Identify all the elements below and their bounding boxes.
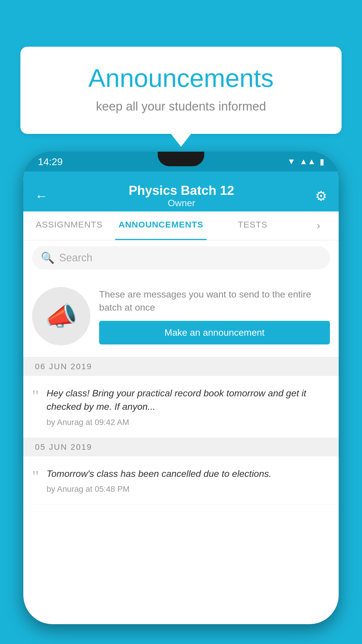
tab-announcements[interactable]: ANNOUNCEMENTS [115,211,207,240]
status-time: 14:29 [38,156,63,167]
phone-screen: ← Physics Batch 12 Owner ⚙ ASSIGNMENTS A… [23,172,339,624]
promo-right: These are messages you want to send to t… [99,288,330,345]
status-bar: 14:29 ▼ ▲▲ ▮ [23,152,339,172]
megaphone-icon: 📣 [45,301,78,332]
announcement-text-1: Hey class! Bring your practical record b… [47,386,330,414]
speech-bubble-card: Announcements keep all your students inf… [20,47,342,134]
app-header-top: ← Physics Batch 12 Owner ⚙ [35,177,327,211]
speech-bubble-section: Announcements keep all your students inf… [20,47,342,134]
speech-bubble-title: Announcements [44,64,318,92]
phone-frame: 14:29 ▼ ▲▲ ▮ ← Physics Batch 12 Owner ⚙ [23,152,339,624]
search-icon: 🔍 [41,251,55,264]
quote-icon-1: " [32,388,39,405]
announcement-meta-1: by Anurag at 09:42 AM [47,418,330,427]
promo-icon-circle: 📣 [32,287,90,345]
notch [158,152,204,166]
speech-bubble-subtitle: keep all your students informed [44,99,318,113]
batch-subtitle: Owner [48,198,315,209]
battery-icon: ▮ [320,157,324,167]
make-announcement-button[interactable]: Make an announcement [99,321,330,344]
back-button[interactable]: ← [35,189,48,203]
status-icons: ▼ ▲▲ ▮ [287,157,324,167]
search-bar[interactable]: 🔍 Search [32,246,330,270]
tabs-bar: ASSIGNMENTS ANNOUNCEMENTS TESTS › [23,211,339,240]
announcement-text-2: Tomorrow's class has been cancelled due … [47,467,330,480]
wifi-icon: ▼ [287,157,296,166]
quote-icon-2: " [32,468,39,485]
announcement-item-1: " Hey class! Bring your practical record… [23,376,339,438]
signal-icon: ▲▲ [300,157,316,166]
header-title-block: Physics Batch 12 Owner [48,183,315,209]
batch-title: Physics Batch 12 [48,183,315,198]
promo-block: 📣 These are messages you want to send to… [23,275,339,357]
date-separator-1: 06 JUN 2019 [23,357,339,376]
tab-more[interactable]: › [298,211,339,240]
tab-tests[interactable]: TESTS [207,211,298,240]
phone-container: 14:29 ▼ ▲▲ ▮ ← Physics Batch 12 Owner ⚙ [23,152,339,644]
tab-assignments[interactable]: ASSIGNMENTS [23,211,115,240]
announcement-content-1: Hey class! Bring your practical record b… [47,386,330,427]
search-bar-container: 🔍 Search [23,240,339,275]
announcement-item-2: " Tomorrow's class has been cancelled du… [23,456,339,505]
search-placeholder: Search [59,252,92,264]
announcement-content-2: Tomorrow's class has been cancelled due … [47,467,330,494]
settings-icon[interactable]: ⚙ [315,188,327,204]
announcement-meta-2: by Anurag at 05:48 PM [47,484,330,494]
app-header: ← Physics Batch 12 Owner ⚙ [23,172,339,211]
date-separator-2: 05 JUN 2019 [23,438,339,456]
promo-description: These are messages you want to send to t… [99,288,330,314]
